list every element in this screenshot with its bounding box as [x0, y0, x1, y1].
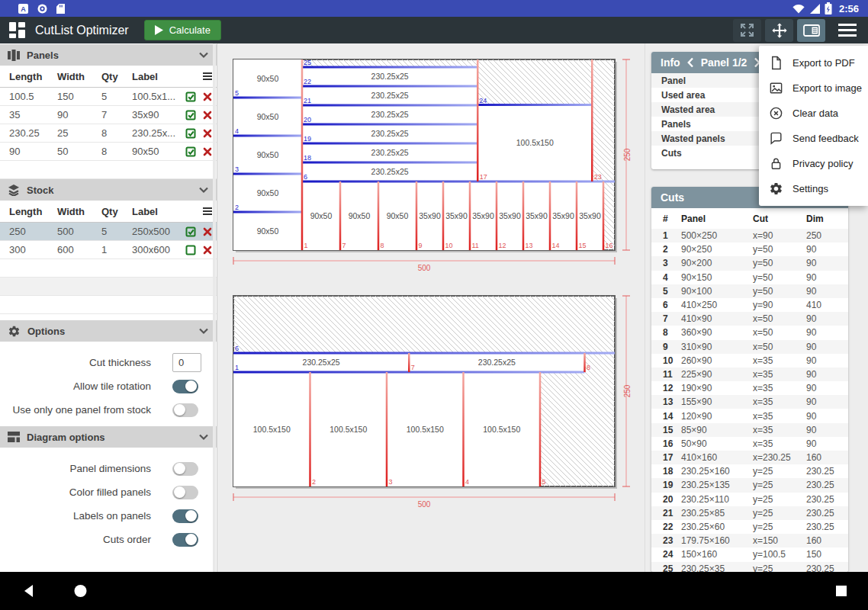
toggle-color-filled-panels[interactable]: [172, 486, 198, 499]
svg-text:24: 24: [479, 97, 487, 104]
column-header: Qty: [101, 71, 132, 82]
cuts-cell: x=230.25: [753, 452, 806, 463]
table-cell[interactable]: 8: [101, 127, 132, 139]
table-row: 2505005250x500: [0, 223, 217, 241]
svg-text:A: A: [21, 5, 26, 13]
svg-text:100.5x150: 100.5x150: [330, 425, 367, 434]
table-cell[interactable]: 1: [101, 244, 132, 255]
table-cell[interactable]: 150: [57, 91, 101, 102]
cuts-cell: 190×90: [681, 383, 753, 393]
table-cell[interactable]: 230.25x...: [132, 127, 182, 139]
table-cell[interactable]: 500: [57, 226, 101, 237]
table-cell[interactable]: 250: [9, 226, 57, 237]
menu-item-privacy-policy[interactable]: Privacy policy: [759, 151, 868, 176]
recents-icon[interactable]: [836, 586, 847, 596]
cuts-row: 8360×90x=5090: [651, 326, 848, 339]
table-cell[interactable]: 90: [57, 109, 101, 120]
overflow-menu-button[interactable]: [838, 24, 857, 37]
cuts-cell: 7: [663, 313, 681, 324]
toggle-cuts-order[interactable]: [172, 533, 198, 547]
checkbox-checked-icon[interactable]: [182, 146, 199, 157]
checkbox-unchecked-icon[interactable]: [182, 245, 199, 255]
fullscreen-button[interactable]: [733, 19, 761, 42]
stock-section-header[interactable]: Stock: [0, 179, 217, 201]
cuts-cell: x=35: [753, 438, 806, 449]
toggle-panel-dimensions[interactable]: [172, 462, 198, 476]
one-panel-from-stock-toggle[interactable]: [172, 403, 198, 417]
checkbox-checked-icon[interactable]: [182, 128, 199, 139]
cuts-cell: y=25: [753, 522, 806, 532]
checkbox-checked-icon[interactable]: [182, 110, 199, 120]
table-cell[interactable]: 5: [101, 226, 132, 237]
table-cell[interactable]: 250x500: [132, 226, 182, 237]
chevron-left-icon[interactable]: [687, 57, 694, 68]
home-icon[interactable]: [74, 585, 87, 598]
cuts-cell: 8: [663, 327, 681, 338]
cuts-cell: 25: [663, 563, 681, 572]
menu-item-send-feedback[interactable]: Send feedback: [759, 126, 868, 151]
table-cell[interactable]: 7: [101, 109, 132, 120]
checkbox-checked-icon[interactable]: [182, 92, 199, 102]
menu-item-export-to-image[interactable]: Export to image: [759, 75, 868, 101]
chevron-down-icon[interactable]: [198, 434, 209, 441]
toggle-labels-on-panels[interactable]: [172, 509, 198, 523]
sidebar-scrollbar[interactable]: [213, 43, 216, 572]
panel-2-diagram: 230.25x25230.25x25100.5x150100.5x150100.…: [226, 291, 641, 516]
chevron-down-icon[interactable]: [198, 187, 209, 194]
cuts-row: 20230.25×110y=25230.25: [651, 493, 848, 506]
svg-text:6: 6: [235, 345, 239, 352]
table-cell[interactable]: 100.5x1...: [132, 91, 182, 102]
table-cell[interactable]: 35: [9, 109, 57, 120]
cut-thickness-input[interactable]: [172, 353, 201, 372]
table-cell[interactable]: 8: [101, 146, 132, 157]
menu-item-clear-data[interactable]: Clear data: [759, 101, 868, 126]
cuts-cell: 160: [806, 452, 848, 463]
chevron-down-icon[interactable]: [198, 328, 209, 335]
table-cell[interactable]: 100.5: [9, 91, 57, 102]
table-cell[interactable]: 300x600: [132, 244, 182, 255]
svg-text:230.25x25: 230.25x25: [371, 129, 409, 138]
cuts-cell: 21: [663, 508, 681, 518]
svg-text:230.25x25: 230.25x25: [371, 91, 409, 100]
column-header: Length: [9, 206, 57, 217]
table-cell[interactable]: 50: [57, 146, 101, 157]
menu-item-label: Export to PDF: [792, 57, 855, 69]
table-cell[interactable]: 25: [57, 127, 101, 139]
table-cell[interactable]: 90: [9, 146, 57, 157]
menu-item-export-to-pdf[interactable]: Export to PDF: [759, 50, 868, 75]
calculate-button[interactable]: Calculate: [144, 20, 221, 40]
table-cell[interactable]: 230.25: [9, 127, 57, 139]
diagram-options-section-header[interactable]: Diagram options: [0, 426, 217, 448]
labels-on-panels-label: Labels on panels: [0, 510, 151, 522]
stock-table: LengthWidthQtyLabel2505005250x5003006001…: [0, 201, 217, 314]
back-icon[interactable]: [23, 584, 34, 598]
table-cell[interactable]: 600: [57, 244, 101, 255]
cuts-cell: 90×200: [681, 258, 753, 268]
chevron-down-icon[interactable]: [198, 52, 209, 59]
cuts-cell: x=35: [753, 425, 806, 435]
cuts-cell: x=35: [753, 369, 806, 380]
notification-a-icon: A: [18, 4, 28, 14]
move-mode-button[interactable]: [765, 19, 793, 42]
side-panel-toggle-button[interactable]: [797, 19, 825, 42]
panels-section-header[interactable]: Panels: [0, 44, 217, 66]
table-cell[interactable]: 90x50: [132, 146, 182, 157]
table-cell[interactable]: 300: [9, 244, 57, 255]
option-row: Cuts order: [0, 528, 217, 551]
checkbox-checked-icon[interactable]: [182, 226, 199, 237]
options-section-header[interactable]: Options: [0, 320, 217, 342]
allow-tile-rotation-toggle[interactable]: [172, 380, 198, 393]
cuts-cell: 230.25: [806, 480, 848, 490]
table-cell[interactable]: 35x90: [132, 109, 182, 120]
menu-item-settings[interactable]: Settings: [759, 176, 868, 201]
cuts-row: 1650×90x=3590: [651, 437, 848, 451]
svg-text:14: 14: [552, 242, 560, 249]
cuts-cell: 90×250: [681, 244, 753, 255]
cuts-cell: 85×90: [681, 425, 753, 435]
table-cell[interactable]: 5: [101, 91, 132, 102]
table-row: 9050890x50: [0, 143, 217, 161]
svg-text:35x90: 35x90: [526, 211, 548, 220]
app-grid-icon: [9, 22, 25, 38]
cuts-cell: y=50: [753, 272, 806, 283]
svg-text:250: 250: [623, 148, 632, 161]
